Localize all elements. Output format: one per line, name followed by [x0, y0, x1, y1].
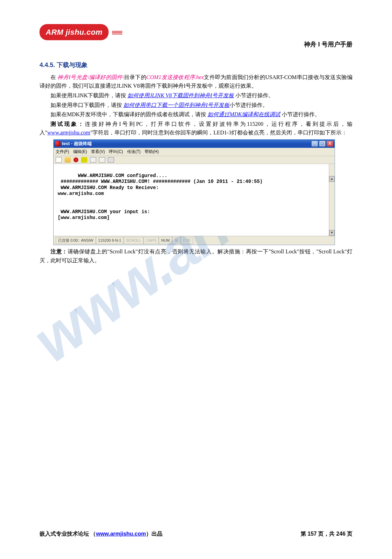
- footer-right: 第 157 页，共 246 页: [301, 529, 352, 538]
- hyperterminal-window: test - 超级终端 _ □ X 文件(F) 编辑(E) 查看(V) 呼叫(C…: [53, 139, 335, 245]
- minimize-button[interactable]: _: [311, 141, 318, 147]
- status-capture: 捕: [172, 237, 181, 244]
- status-print: 打印: [181, 237, 193, 244]
- page-content: 4.4.5. 下载与现象 在 神舟I号光盘\编译好的固件\目录下的COM1发送接…: [40, 60, 352, 265]
- statusbar: 已连接 0:00:: ANSIW 115200 8-N-1 SCROLL CAP…: [54, 236, 335, 245]
- menu-call[interactable]: 呼叫(C): [109, 149, 123, 155]
- page-total: 246: [336, 531, 346, 537]
- p3-prefix: 如果使用串口下载固件，请按: [51, 102, 123, 108]
- maximize-button[interactable]: □: [319, 141, 326, 147]
- receive-icon[interactable]: [99, 157, 105, 163]
- p1-prefix: 在: [51, 74, 57, 80]
- page-current: 157: [307, 531, 317, 537]
- send-icon[interactable]: [90, 157, 96, 163]
- note-text: 请确保键盘上的"Scroll Lock"灯没有点亮，否则将无法输入。解决措施：再…: [40, 249, 352, 263]
- p2-link[interactable]: 如何使用JLINK V8下载固件到神舟I号开发板: [127, 92, 234, 98]
- test-label: 测试现象：: [51, 121, 85, 127]
- note-label: 注意：: [51, 249, 68, 254]
- new-icon[interactable]: [56, 157, 62, 163]
- paragraph-note: 注意：请确保键盘上的"Scroll Lock"灯没有点亮，否则将无法输入。解决措…: [40, 247, 352, 265]
- test-link[interactable]: www.armjishu.com: [47, 130, 90, 135]
- window-controls: _ □ X: [311, 141, 333, 147]
- p3-suffix: 小节进行操作。: [229, 102, 268, 108]
- footer-left-a: 嵌入式专业技术论坛 （: [40, 531, 96, 537]
- p2-prefix: 如果使用JLINK下载固件，请按: [51, 92, 127, 98]
- disconnect-icon[interactable]: [81, 157, 87, 163]
- footer-link[interactable]: www.armjishu.com: [96, 531, 146, 537]
- p4-suffix: 小节进行操作。: [280, 111, 320, 117]
- status-connected: 已连接 0:00:: ANSIW: [56, 237, 96, 244]
- menu-edit[interactable]: 编辑(E): [73, 149, 87, 155]
- properties-icon[interactable]: [108, 157, 114, 163]
- p1-mid: 目录下的: [124, 74, 146, 80]
- toolbar: [54, 156, 335, 164]
- footer-right-c: 页: [346, 531, 352, 537]
- paragraph-4: 如果在MDK开发环境中，下载编译好的固件或者在线调试，请按 如何通过MDK编译和…: [40, 110, 352, 119]
- connect-icon[interactable]: [74, 157, 78, 162]
- terminal-text: WWW.ARMJISHU.COM configured.... ########…: [58, 173, 263, 221]
- p1-file: COM1发送接收程序.hex: [146, 74, 204, 80]
- titlebar-left: test - 超级终端: [55, 140, 92, 147]
- p4-link[interactable]: 如何通过MDK编译和在线调试: [208, 111, 280, 117]
- menubar: 文件(F) 编辑(E) 查看(V) 呼叫(C) 传送(T) 帮助(H): [54, 148, 335, 156]
- section-number: 4.4.5.: [40, 62, 55, 68]
- logo-container: ARM jishu.com: [40, 24, 109, 40]
- scroll-down-icon[interactable]: ▼: [329, 230, 335, 236]
- app-icon: [55, 141, 60, 146]
- page-footer: 嵌入式专业技术论坛 （www.armjishu.com）出品 第 157 页，共…: [40, 529, 352, 538]
- p4-prefix: 如果在MDK开发环境中，下载编译好的固件或者在线调试，请按: [51, 111, 208, 117]
- footer-right-b: 页，共: [317, 531, 336, 537]
- menu-help[interactable]: 帮助(H): [145, 149, 159, 155]
- p1-path: 神舟I号光盘\编译好的固件\: [57, 74, 124, 80]
- menu-view[interactable]: 查看(V): [91, 149, 105, 155]
- scroll-up-icon[interactable]: ▲: [329, 176, 335, 182]
- section-title: 下载与现象: [57, 62, 88, 68]
- window-titlebar: test - 超级终端 _ □ X: [54, 140, 335, 148]
- footer-left: 嵌入式专业技术论坛 （www.armjishu.com）出品: [40, 529, 163, 538]
- close-button[interactable]: X: [326, 141, 333, 147]
- status-scroll: SCROLL: [124, 237, 144, 244]
- section-heading: 4.4.5. 下载与现象: [40, 60, 352, 70]
- footer-left-b: ）出品: [146, 531, 163, 537]
- status-num: NUM: [159, 237, 172, 244]
- menu-file[interactable]: 文件(F): [56, 149, 69, 155]
- p3-link[interactable]: 如何使用串口下载一个固件到神舟I号开发板: [123, 102, 229, 108]
- paragraph-2: 如果使用JLINK下载固件，请按 如何使用JLINK V8下载固件到神舟I号开发…: [40, 91, 352, 100]
- window-title: test - 超级终端: [62, 140, 92, 147]
- menu-transfer[interactable]: 传送(T): [127, 149, 141, 155]
- test-text-b: "字符后，串口打印，同时注意到在你回车的瞬间，LED1-3灯都会被点亮，然后关闭…: [90, 130, 347, 135]
- paragraph-test: 测试现象：连接好神舟I号到PC，打开串口软件，设置好波特率为115200，运行程…: [40, 120, 352, 137]
- vertical-scrollbar[interactable]: ▲ ▼: [329, 164, 335, 236]
- site-logo: ARM jishu.com: [40, 24, 109, 40]
- p2-suffix: 小节进行操作。: [234, 92, 274, 98]
- paragraph-1: 在 神舟I号光盘\编译好的固件\目录下的COM1发送接收程序.hex文件即为前面…: [40, 73, 352, 90]
- paragraph-3: 如果使用串口下载固件，请按 如何使用串口下载一个固件到神舟I号开发板小节进行操作…: [40, 101, 352, 110]
- status-port: 115200 8-N-1: [96, 237, 124, 244]
- terminal-output[interactable]: WWW.ARMJISHU.COM configured.... ########…: [54, 164, 335, 236]
- manual-title: 神舟 I 号用户手册: [304, 40, 352, 50]
- open-icon[interactable]: [65, 157, 71, 163]
- status-caps: CAPS: [144, 237, 159, 244]
- footer-right-a: 第: [301, 531, 307, 537]
